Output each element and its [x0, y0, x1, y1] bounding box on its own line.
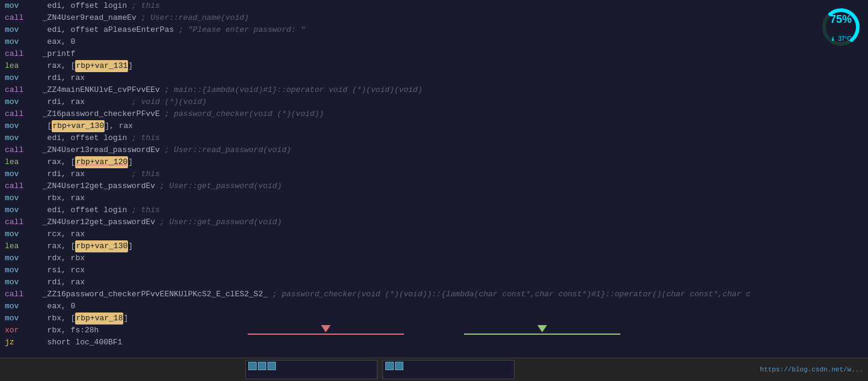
mnemonic: call	[5, 48, 38, 60]
mini-graph-right[interactable]	[382, 360, 515, 379]
mnemonic: mov	[5, 192, 38, 204]
mnemonic: mov	[5, 252, 38, 264]
comment: ; this	[132, 168, 160, 180]
table-row: mov rdi, rax	[5, 72, 863, 84]
mini-graph-area[interactable]	[0, 360, 760, 379]
table-row: mov rsi, rcx	[5, 264, 863, 276]
operands-after: ]	[128, 156, 133, 168]
operands: edi, offset login	[38, 132, 132, 144]
mnemonic: call	[5, 108, 38, 120]
table-row: call _ZZ16password_checkerPFvvEENKUlPKcS…	[5, 288, 863, 300]
table-row: call _ZN4User9read_nameEv ; User::read_n…	[5, 12, 863, 24]
operands: _ZN4User12get_passwordEv	[38, 216, 160, 228]
mnemonic: mov	[5, 132, 38, 144]
operands-after: ]	[128, 60, 133, 72]
operands-after: ]	[128, 240, 133, 252]
table-row: call _ZN4User12get_passwordEv ; User::ge…	[5, 216, 863, 228]
table-row: mov rcx, rax	[5, 228, 863, 240]
operands: edi, offset login	[38, 0, 132, 12]
mini-icon-5	[395, 362, 403, 370]
table-row: lea rax, [rbp+var_120]	[5, 156, 863, 168]
mnemonic: call	[5, 12, 38, 24]
mnemonic: jz	[5, 337, 38, 349]
mini-icon-1	[248, 362, 257, 370]
highlight-span: rbp+var_130	[52, 120, 105, 132]
highlight-span: rbp+var_131	[75, 60, 128, 72]
flow-line-red	[248, 334, 404, 335]
operands: _printf	[38, 48, 75, 60]
table-row: mov rdi, rax ; void (*)(void)	[5, 96, 863, 108]
operands: _ZN4User13read_passwordEv	[38, 144, 165, 156]
operands: rax, [	[38, 60, 75, 72]
mini-icon-4	[385, 362, 394, 370]
arrow-down-red	[321, 325, 331, 332]
comment: ; this	[132, 204, 160, 216]
table-row: mov rdi, rax	[5, 276, 863, 288]
operands-after: ], rax	[105, 120, 133, 132]
table-row: mov eax, 0	[5, 300, 863, 312]
mnemonic: mov	[5, 36, 38, 48]
operands: _ZZ16password_checkerPFvvEENKUlPKcS2_E_c…	[38, 288, 272, 300]
table-row: mov rbx, [rbp+var_18]	[5, 312, 863, 325]
mnemonic: call	[5, 216, 38, 228]
mini-icons-right	[385, 362, 403, 370]
mnemonic: mov	[5, 312, 38, 325]
bottom-bar: https://blog.csdn.net/w...	[0, 358, 868, 381]
comment: ; User::read_password(void)	[165, 144, 292, 156]
table-row: mov rdi, rax ; this	[5, 168, 863, 180]
mnemonic: mov	[5, 300, 38, 312]
operands: rdi, rax	[38, 168, 132, 180]
operands: rcx, rax	[38, 228, 85, 240]
table-row: mov rbx, rax	[5, 192, 863, 204]
flow-line-green	[464, 334, 620, 335]
mnemonic: mov	[5, 168, 38, 180]
mnemonic: call	[5, 144, 38, 156]
operands: eax, 0	[38, 36, 75, 48]
mini-icons-left	[248, 362, 276, 370]
operands: edi, offset aPleaseEnterPas	[38, 24, 179, 36]
table-row: mov eax, 0	[5, 36, 863, 48]
thermometer-icon: 🌡	[830, 35, 836, 42]
table-row: lea rax, [rbp+var_130]	[5, 240, 863, 252]
table-row: call _ZN4User12get_passwordEv ; User::ge…	[5, 180, 863, 192]
table-row: call _Z16password_checkerPFvvE ; passwor…	[5, 108, 863, 120]
mnemonic: mov	[5, 264, 38, 276]
table-row: call _printf	[5, 48, 863, 60]
arrow-down-green	[537, 325, 547, 332]
table-row: lea rax, [rbp+var_131]	[5, 60, 863, 72]
mini-graph-left[interactable]	[245, 360, 377, 379]
table-row: call _ZN4User13read_passwordEv ; User::r…	[5, 144, 863, 156]
operands: rbx, rax	[38, 192, 85, 204]
table-row: mov edi, offset aPleaseEnterPas ; "Pleas…	[5, 24, 863, 36]
mnemonic: mov	[5, 0, 38, 12]
highlight-span: rbp+var_130	[75, 240, 128, 252]
operands: _Z16password_checkerPFvvE	[38, 108, 165, 120]
operands: _ZN4User12get_passwordEv	[38, 180, 160, 192]
disassembly-view[interactable]: mov edi, offset login ; thiscall _ZN4Use…	[0, 0, 868, 349]
operands: _ZN4User9read_nameEv	[38, 12, 141, 24]
comment: ; this	[132, 132, 160, 144]
mini-icon-2	[258, 362, 266, 370]
operands: rdi, rax	[38, 96, 132, 108]
comment: ; User::get_password(void)	[160, 180, 282, 192]
mnemonic: call	[5, 180, 38, 192]
operands: edi, offset login	[38, 204, 132, 216]
highlight-span: rbp+var_120	[75, 156, 128, 168]
operands: [	[38, 120, 52, 132]
mnemonic: mov	[5, 24, 38, 36]
operands: eax, 0	[38, 300, 75, 312]
operands: rdi, rax	[38, 72, 85, 84]
table-row: mov [rbp+var_130], rax	[5, 120, 863, 132]
comment: ; "Please enter password: "	[179, 24, 305, 36]
table-row: jz short loc_400BF1	[5, 337, 863, 349]
url-display: https://blog.csdn.net/w...	[760, 366, 868, 373]
mnemonic: mov	[5, 276, 38, 288]
code-editor: mov edi, offset login ; thiscall _ZN4Use…	[0, 0, 868, 358]
comment: ; this	[132, 0, 160, 12]
operands-after: ]	[123, 312, 128, 325]
operands: rax, [	[38, 156, 75, 168]
mnemonic: mov	[5, 120, 38, 132]
table-row: mov rdx, rbx	[5, 252, 863, 264]
gauge-temp: 🌡 37°C	[830, 35, 851, 42]
operands: rdi, rax	[38, 276, 85, 288]
